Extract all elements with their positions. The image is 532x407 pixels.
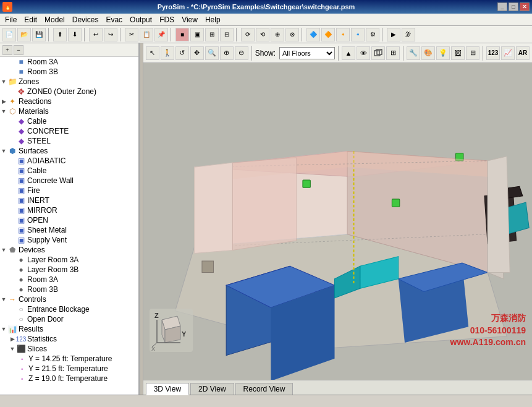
tree-node-surf-cable[interactable]: ▣ Cable (0, 166, 138, 176)
close-button[interactable]: ✕ (520, 2, 530, 11)
tb-btn3[interactable]: ⊟ (220, 28, 234, 41)
tree-node-concrete[interactable]: ◆ CONCRETE (0, 126, 138, 136)
ar-btn[interactable]: AR (516, 46, 530, 60)
render-btn[interactable]: 🖼 (451, 46, 465, 60)
floor-up-btn[interactable]: ▲ (342, 46, 355, 60)
select-tool[interactable]: ↖ (146, 46, 159, 60)
menu-model[interactable]: Model (41, 14, 69, 25)
tree-node-slice3[interactable]: ▪ Z = 19.0 ft: Temperature (0, 374, 138, 383)
menu-fds[interactable]: FDS (156, 14, 178, 25)
tree-node-sheet-metal[interactable]: ▣ Sheet Metal (0, 225, 138, 235)
menu-help[interactable]: Help (201, 14, 224, 25)
top-view-btn[interactable]: ⊞ (386, 46, 400, 60)
menu-view[interactable]: View (178, 14, 201, 25)
tree-node-concrete-wall[interactable]: ▣ Concrete Wall (0, 176, 138, 186)
tree-node-inert[interactable]: ▣ INERT (0, 195, 138, 205)
tree-node-room3a[interactable]: ■ Room 3A (0, 57, 138, 67)
tree-node-layer-room3a[interactable]: ● Layer Room 3A (0, 255, 138, 265)
tree-node-zone0[interactable]: ❖ ZONE0 (Outer Zone) (0, 87, 138, 96)
walk-tool[interactable]: 🚶 (161, 46, 174, 60)
run-smokview-button[interactable]: 🌫 (402, 28, 415, 41)
paste-button[interactable]: 📌 (154, 28, 168, 41)
tree-node-dev-room3a[interactable]: ● Room 3A (0, 275, 138, 285)
zoom-in-tool[interactable]: ⊕ (220, 46, 234, 60)
menu-file[interactable]: File (1, 14, 20, 25)
tree-node-controls[interactable]: ▼ → Controls (0, 294, 138, 304)
tree-node-cable[interactable]: ◆ Cable (0, 116, 138, 126)
minimize-button[interactable]: _ (497, 2, 507, 11)
tab-3d-view[interactable]: 3D View (146, 383, 189, 395)
3d-view-btn[interactable] (371, 46, 385, 60)
tree-node-open[interactable]: ▣ OPEN (0, 215, 138, 225)
controls-icon: → (7, 295, 17, 304)
tree-node-open-door[interactable]: ○ Open Door (0, 314, 138, 324)
panel-collapse-all[interactable]: − (14, 45, 23, 55)
number-btn[interactable]: 123 (486, 46, 500, 60)
menu-devices[interactable]: Devices (69, 14, 103, 25)
tb-btn10[interactable]: 🔸 (336, 28, 350, 41)
import-button[interactable]: ⬆ (53, 28, 67, 41)
lighting-btn[interactable]: 💡 (436, 46, 450, 60)
floor-selector[interactable]: All Floors (279, 47, 335, 59)
tree-node-reactions[interactable]: ▶ ✦ Reactions (0, 96, 138, 106)
tree-node-statistics[interactable]: ▶ 123 Statistics (0, 334, 138, 344)
menu-output[interactable]: Output (126, 14, 156, 25)
materials-vis-btn[interactable]: 🔧 (407, 46, 420, 60)
zoom-tool[interactable]: 🔍 (205, 46, 219, 60)
orbit-tool[interactable]: ↺ (175, 46, 189, 60)
pan-tool[interactable]: ✥ (190, 46, 204, 60)
tree-node-results[interactable]: ▼ 📊 Results (0, 324, 138, 334)
tree-node-steel[interactable]: ◆ STEEL (0, 136, 138, 146)
stop-button[interactable]: ■ (175, 28, 189, 41)
tb-btn1[interactable]: ▣ (190, 28, 204, 41)
tb-btn11[interactable]: 🔹 (351, 28, 365, 41)
tab-record-view[interactable]: Record View (235, 383, 293, 395)
cut-button[interactable]: ✂ (125, 28, 138, 41)
tree-node-mirror[interactable]: ▣ MIRROR (0, 205, 138, 215)
tb-btn7[interactable]: ⊗ (285, 28, 299, 41)
tb-btn4[interactable]: ⟳ (241, 28, 255, 41)
menu-evac[interactable]: Evac (102, 14, 126, 25)
tree-node-materials[interactable]: ▼ ⬡ Materials (0, 106, 138, 116)
tb-btn9[interactable]: 🔶 (321, 28, 335, 41)
control-item-icon: ○ (16, 305, 26, 314)
tab-2d-view[interactable]: 2D View (190, 383, 234, 395)
new-button[interactable]: 📄 (2, 28, 16, 41)
tb-btn8[interactable]: 🔷 (306, 28, 320, 41)
chart-btn[interactable]: 📈 (501, 46, 515, 60)
undo-button[interactable]: ↩ (89, 28, 103, 41)
tree-node-supply-vent[interactable]: ▣ Supply Vent (0, 235, 138, 245)
grid-btn[interactable]: ⊞ (466, 46, 479, 60)
tree-node-slice2[interactable]: ▪ Y = 21.5 ft: Temperature (0, 364, 138, 374)
tree-node-devices[interactable]: ▼ ⬟ Devices (0, 245, 138, 255)
tree-node-entrance[interactable]: ○ Entrance Blockage (0, 304, 138, 314)
tree-node-slices[interactable]: ▼ ⬛ Slices (0, 344, 138, 354)
export-button[interactable]: ⬇ (68, 28, 82, 41)
save-button[interactable]: 💾 (32, 28, 46, 41)
open-button[interactable]: 📂 (17, 28, 31, 41)
redo-button[interactable]: ↪ (104, 28, 117, 41)
panel-expand-all[interactable]: + (2, 45, 12, 55)
3d-viewport[interactable]: Z Y X 万森消防 0 (143, 63, 532, 380)
tree-node-dev-room3b[interactable]: ● Room 3B (0, 285, 138, 294)
tb-btn12[interactable]: ⚙ (366, 28, 379, 41)
copy-button[interactable]: 📋 (140, 28, 153, 41)
tree-node-room3b[interactable]: ■ Room 3B (0, 67, 138, 77)
tree-node-layer-room3b[interactable]: ● Layer Room 3B (0, 265, 138, 275)
color-btn[interactable]: 🎨 (421, 46, 435, 60)
show-hide-btn[interactable]: 👁 (357, 46, 370, 60)
run-fds-button[interactable]: ▶ (387, 28, 400, 41)
navigation-cube[interactable]: Z Y X (150, 309, 193, 352)
material-item-icon: ◆ (16, 137, 26, 145)
tree-node-zones[interactable]: ▼ 📁 Zones (0, 77, 138, 87)
tree-node-surfaces[interactable]: ▼ ⬢ Surfaces (0, 146, 138, 156)
tree-node-fire[interactable]: ▣ Fire (0, 186, 138, 195)
maximize-button[interactable]: □ (509, 2, 518, 11)
zoom-out-tool[interactable]: ⊖ (235, 46, 248, 60)
tree-node-adiabatic[interactable]: ▣ ADIABATIC (0, 156, 138, 166)
menu-edit[interactable]: Edit (20, 14, 41, 25)
tb-btn6[interactable]: ⊕ (271, 28, 284, 41)
tb-btn2[interactable]: ⊞ (205, 28, 219, 41)
tb-btn5[interactable]: ⟲ (256, 28, 269, 41)
tree-node-slice1[interactable]: ▪ Y = 14.25 ft: Temperature (0, 354, 138, 364)
